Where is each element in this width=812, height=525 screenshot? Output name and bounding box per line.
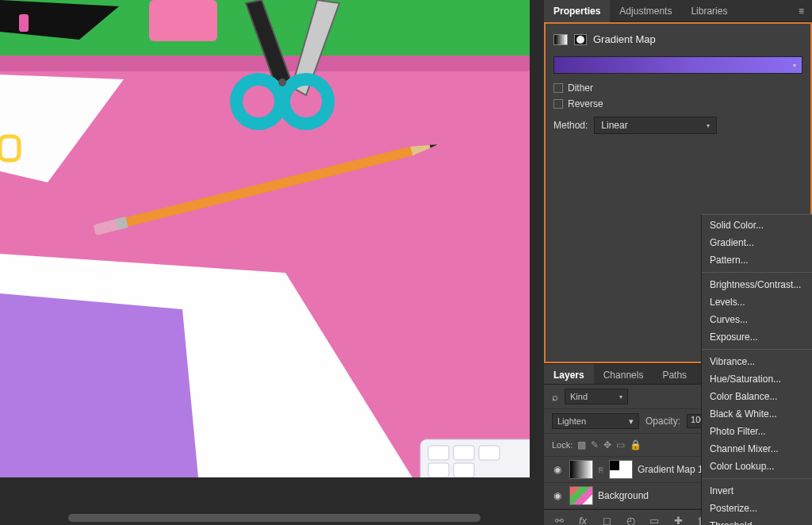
svg-rect-4 (149, 0, 217, 41)
layer-thumb-gradientmap[interactable] (569, 460, 593, 479)
filter-kind-dropdown[interactable]: Kind ▾ (565, 389, 628, 404)
lock-position-icon[interactable]: ✥ (603, 439, 611, 450)
tab-layers[interactable]: Layers (544, 364, 594, 384)
layer-name[interactable]: Gradient Map 1 (638, 464, 703, 475)
svg-rect-19 (454, 446, 474, 460)
document-canvas[interactable] (0, 0, 530, 477)
tab-libraries[interactable]: Libraries (681, 0, 737, 22)
tab-adjustments[interactable]: Adjustments (610, 0, 681, 22)
svg-marker-16 (0, 293, 198, 477)
svg-point-7 (278, 79, 286, 86)
dither-row[interactable]: Dither (553, 80, 802, 96)
menu-item[interactable]: Color Lookup... (702, 458, 812, 475)
menu-item[interactable]: Posterize... (702, 500, 812, 517)
menu-item[interactable]: Solid Color... (702, 217, 812, 234)
add-mask-icon[interactable]: ◻ (599, 515, 614, 525)
menu-item[interactable]: Channel Mixer... (702, 440, 812, 458)
layer-mask-icon (574, 34, 587, 45)
filter-kind-label: Kind (570, 392, 588, 401)
panel-menu-icon[interactable]: ≡ (791, 6, 812, 17)
menu-item[interactable]: Pattern... (702, 251, 812, 269)
blend-mode-dropdown[interactable]: Lighten ▾ (552, 413, 639, 429)
panel-tabs: Properties Adjustments Libraries ≡ (544, 0, 812, 22)
reverse-checkbox[interactable] (553, 99, 563, 109)
tab-paths[interactable]: Paths (653, 364, 696, 384)
svg-rect-20 (479, 446, 500, 460)
reverse-label: Reverse (568, 98, 603, 109)
link-layers-icon[interactable]: ⚯ (552, 515, 566, 525)
menu-item[interactable]: Hue/Saturation... (702, 370, 812, 388)
menu-item[interactable]: Brightness/Contrast... (702, 276, 812, 293)
menu-item[interactable]: Black & White... (702, 405, 812, 423)
canvas-image (0, 0, 530, 477)
menu-item[interactable]: Threshold... (702, 517, 812, 525)
layer-mask-thumb[interactable] (609, 460, 633, 479)
dither-label: Dither (568, 82, 593, 94)
svg-rect-21 (428, 463, 449, 477)
layer-thumb-background[interactable] (569, 486, 593, 505)
method-value: Linear (601, 120, 627, 131)
visibility-icon[interactable]: ◉ (550, 464, 565, 475)
side-panel: Properties Adjustments Libraries ≡ Gradi… (544, 0, 812, 525)
layer-name[interactable]: Background (598, 490, 649, 501)
lock-all-icon[interactable]: 🔒 (630, 439, 642, 450)
new-group-icon[interactable]: ▭ (647, 515, 661, 525)
chevron-down-icon: ▾ (707, 122, 710, 129)
menu-item[interactable]: Invert (702, 482, 812, 500)
search-icon[interactable]: ⌕ (552, 391, 558, 403)
method-dropdown[interactable]: Linear ▾ (594, 117, 717, 134)
lock-image-icon[interactable]: ✎ (591, 439, 599, 450)
menu-item[interactable]: Curves... (702, 311, 812, 328)
menu-item[interactable]: Gradient... (702, 234, 812, 251)
menu-item[interactable]: Color Balance... (702, 388, 812, 405)
new-adjustment-menu: Solid Color...Gradient...Pattern...Brigh… (701, 214, 812, 525)
lock-transparency-icon[interactable]: ▩ (577, 439, 586, 450)
lock-artboard-icon[interactable]: ▭ (616, 439, 625, 450)
svg-rect-3 (19, 14, 29, 32)
properties-title: Gradient Map (593, 33, 656, 45)
tab-channels[interactable]: Channels (594, 364, 653, 384)
svg-rect-18 (428, 446, 449, 460)
dither-checkbox[interactable] (553, 83, 563, 93)
tab-properties[interactable]: Properties (544, 0, 610, 22)
menu-item[interactable]: Vibrance... (702, 353, 812, 370)
opacity-label: Opacity: (645, 416, 680, 427)
new-adjustment-icon[interactable]: ◴ (623, 515, 638, 525)
reverse-row[interactable]: Reverse (553, 96, 802, 112)
menu-item[interactable]: Photo Filter... (702, 423, 812, 440)
canvas-area (0, 0, 544, 525)
lock-label: Lock: (552, 440, 573, 450)
menu-item[interactable]: Levels... (702, 293, 812, 311)
visibility-icon[interactable]: ◉ (550, 490, 565, 501)
gradient-preview[interactable]: ▾ (553, 56, 802, 74)
blend-mode-value: Lighten (557, 416, 586, 426)
layer-fx-icon[interactable]: fx (576, 515, 590, 525)
gradient-map-icon (553, 34, 568, 45)
gradient-dropdown-icon[interactable]: ▾ (787, 57, 802, 73)
menu-item[interactable]: Exposure... (702, 328, 812, 346)
horizontal-scrollbar[interactable] (68, 514, 481, 522)
svg-rect-22 (454, 463, 474, 477)
link-icon[interactable]: ⎘ (598, 466, 604, 474)
method-label: Method: (553, 120, 588, 131)
new-layer-icon[interactable]: ✚ (671, 515, 685, 525)
